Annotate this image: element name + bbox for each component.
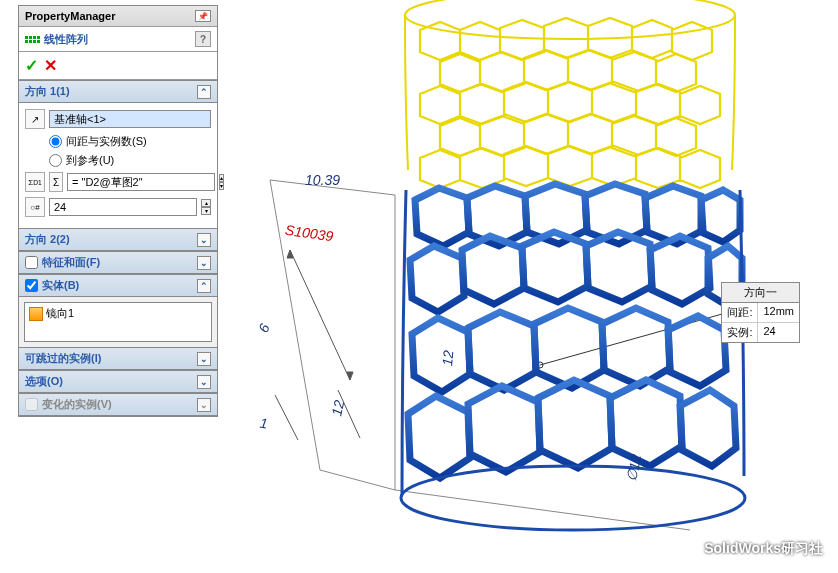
direction-reference-input[interactable] xyxy=(49,110,211,128)
callout-instances-value[interactable]: 24 xyxy=(758,323,780,342)
section-features-title: 特征和面(F) xyxy=(42,255,100,270)
collapse-icon[interactable]: ⌃ xyxy=(197,279,211,293)
dimension-width: 10.39 xyxy=(305,172,340,188)
svg-line-5 xyxy=(290,250,350,380)
features-checkbox[interactable] xyxy=(25,256,38,269)
feature-title: 线性阵列 xyxy=(44,32,88,47)
body-icon xyxy=(29,307,43,321)
bodies-checkbox[interactable] xyxy=(25,279,38,292)
ok-cancel-bar: ✓ ✕ xyxy=(19,52,217,80)
count-input[interactable] xyxy=(49,198,197,216)
section-skip-header[interactable]: 可跳过的实例(I) ⌄ xyxy=(19,347,217,370)
varied-checkbox xyxy=(25,398,38,411)
section-features-header[interactable]: 特征和面(F) ⌄ xyxy=(19,251,217,274)
section-options-header[interactable]: 选项(O) ⌄ xyxy=(19,370,217,393)
section-direction2-header[interactable]: 方向 2(2) ⌄ xyxy=(19,228,217,251)
dimension-12a: 12 xyxy=(328,399,347,418)
cancel-button[interactable]: ✕ xyxy=(44,56,57,75)
callout-spacing-label: 间距: xyxy=(722,303,758,322)
pattern-callout[interactable]: 方向一 间距: 12mm 实例: 24 xyxy=(721,282,800,343)
svg-line-3 xyxy=(320,470,395,490)
panel-header: PropertyManager 📌 xyxy=(19,6,217,27)
feature-bar: 线性阵列 ? xyxy=(19,27,217,52)
expand-icon[interactable]: ⌄ xyxy=(197,352,211,366)
section-direction1-header[interactable]: 方向 1(1) ⌃ xyxy=(19,80,217,103)
section-direction2-title: 方向 2(2) xyxy=(25,232,70,247)
svg-line-4 xyxy=(395,490,690,530)
radio-spacing-label: 间距与实例数(S) xyxy=(66,134,147,149)
radio-reference-label: 到参考(U) xyxy=(66,153,114,168)
ok-button[interactable]: ✓ xyxy=(25,56,38,75)
expand-icon: ⌄ xyxy=(197,398,211,412)
expand-icon[interactable]: ⌄ xyxy=(197,233,211,247)
feature-type-icon: 线性阵列 xyxy=(25,32,88,47)
pin-icon[interactable]: 📌 xyxy=(195,10,211,22)
property-manager-panel: PropertyManager 📌 线性阵列 ? ✓ ✕ 方向 1(1) ⌃ ↗… xyxy=(18,5,218,417)
help-icon[interactable]: ? xyxy=(195,31,211,47)
dimension-12b: 12 xyxy=(439,350,456,367)
spacing-input[interactable] xyxy=(67,173,215,191)
wechat-icon xyxy=(678,540,698,558)
panel-title: PropertyManager xyxy=(25,10,115,22)
reverse-direction-icon[interactable]: ↗ xyxy=(25,109,45,129)
section-options-title: 选项(O) xyxy=(25,374,63,389)
spacing-spinner[interactable]: ▴▾ xyxy=(219,174,224,190)
expand-icon[interactable]: ⌄ xyxy=(197,375,211,389)
spacing-icon: ΣD1 xyxy=(25,172,45,192)
section-varied-header: 变化的实例(V) ⌄ xyxy=(19,393,217,416)
callout-spacing-value[interactable]: 12mm xyxy=(758,303,799,322)
section-skip-title: 可跳过的实例(I) xyxy=(25,351,101,366)
body-item[interactable]: 镜向1 xyxy=(46,307,74,319)
to-reference-radio[interactable]: 到参考(U) xyxy=(49,153,211,168)
count-spinner[interactable]: ▴▾ xyxy=(201,199,211,215)
callout-instances-label: 实例: xyxy=(722,323,758,342)
count-icon: ○# xyxy=(25,197,45,217)
radio-spacing[interactable] xyxy=(49,135,62,148)
callout-row-instances: 实例: 24 xyxy=(722,323,799,342)
section-bodies-title: 实体(B) xyxy=(42,278,79,293)
section-bodies-header[interactable]: 实体(B) ⌃ xyxy=(19,274,217,297)
callout-row-spacing: 间距: 12mm xyxy=(722,303,799,323)
section-varied-title: 变化的实例(V) xyxy=(42,397,112,412)
section-direction1-title: 方向 1(1) xyxy=(25,84,70,99)
callout-title: 方向一 xyxy=(722,283,799,303)
bodies-listbox[interactable]: 镜向1 xyxy=(24,302,212,342)
svg-line-6 xyxy=(275,395,298,440)
watermark-text: SolidWorks研习社 xyxy=(704,540,823,558)
section-direction1-body: ↗ 间距与实例数(S) 到参考(U) ΣD1 Σ ▴▾ ○# ▴▾ xyxy=(19,103,217,228)
expand-icon[interactable]: ⌄ xyxy=(197,256,211,270)
graphics-viewport[interactable]: 10.39 S10039 6 1 12 12 ∅12 方向一 间距: 12mm … xyxy=(230,0,838,573)
collapse-icon[interactable]: ⌃ xyxy=(197,85,211,99)
spacing-instances-radio[interactable]: 间距与实例数(S) xyxy=(49,134,211,149)
watermark: SolidWorks研习社 xyxy=(678,540,823,558)
radio-reference[interactable] xyxy=(49,154,62,167)
equation-icon[interactable]: Σ xyxy=(49,172,63,192)
